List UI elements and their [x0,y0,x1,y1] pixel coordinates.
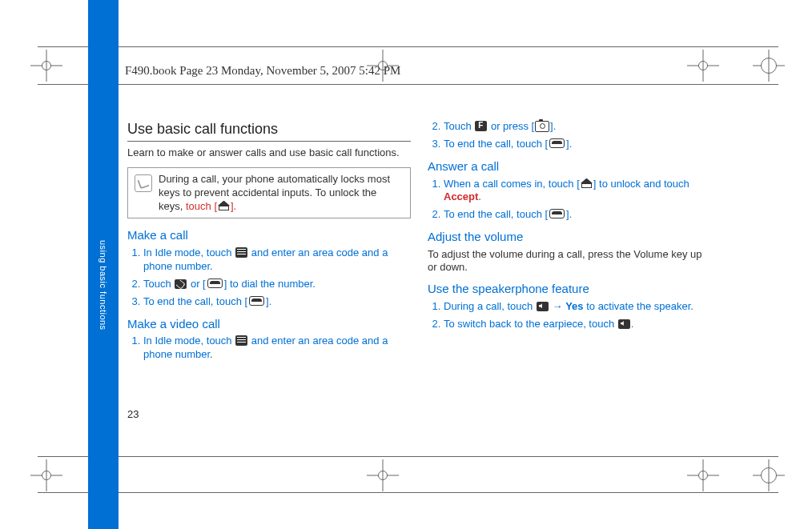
yes-label: Yes [565,300,583,312]
step-text: To end the call, touch [ [444,138,548,150]
step-text: ]. [566,138,572,150]
answer-call-steps: When a call comes in, touch [] to unlock… [428,178,711,222]
video-call-steps: In Idle mode, touch and enter an area co… [127,335,411,362]
step-text: To end the call, touch [ [444,208,548,220]
step-text: To end the call, touch [ [143,295,247,307]
speaker-steps: During a call, touch → Yes to activate t… [428,300,711,331]
step-text: ] to dial the number. [224,278,316,290]
registration-mark [753,50,785,82]
volume-heading: Adjust the volume [428,230,711,245]
keypad-icon [235,247,247,258]
list-item: Touch or press []. [444,120,711,134]
list-item: In Idle mode, touch and enter an area co… [143,335,411,362]
intro-text: Learn to make or answer calls and use ba… [127,146,411,159]
registration-mark [30,459,62,491]
note-icon [135,174,152,192]
step-text: to activate the speaker. [584,300,693,312]
note-warn-pre: touch [ [186,200,217,212]
end-key-icon [549,209,565,218]
crop-line-top [38,46,778,47]
step-text: . [478,190,481,202]
end-key-icon [249,296,264,306]
speaker-icon [537,302,549,311]
registration-mark [753,459,785,491]
registration-mark [687,50,719,82]
step-text: In Idle mode, touch [143,246,235,258]
note-box: During a call, your phone automatically … [127,167,411,219]
home-icon [218,201,230,211]
step-text: Touch [143,278,174,290]
page-content: Use basic call functions Learn to make o… [127,120,768,417]
send-key-icon [207,279,223,288]
home-icon [581,178,593,189]
speaker-heading: Use the speakerphone feature [428,282,711,297]
video-call-icon [475,121,487,131]
call-icon [175,279,187,289]
camera-icon [535,121,549,132]
list-item: To end the call, touch []. [444,138,711,151]
video-call-steps-cont: Touch or press []. To end the call, touc… [428,120,711,151]
list-item: To switch back to the earpiece, touch . [444,318,711,331]
step-text: Touch [444,120,474,132]
step-arrow: → [549,300,565,312]
step-text: ]. [266,295,271,307]
registration-mark [367,459,399,491]
step-text: During a call, touch [444,300,536,312]
crop-line-bottom-2 [38,492,778,493]
list-item: In Idle mode, touch and enter an area co… [143,246,411,274]
list-item: During a call, touch → Yes to activate t… [444,300,711,314]
step-text: or press [ [488,120,534,132]
right-column: Touch or press []. To end the call, touc… [428,120,711,339]
step-text: In Idle mode, touch [143,335,235,347]
make-call-heading: Make a call [127,228,411,243]
step-text: When a call comes in, touch [ [444,178,580,190]
registration-mark [687,459,719,491]
page-title: Use basic call functions [127,120,411,142]
step-text: or [ [187,278,205,290]
crop-line-bottom [38,456,778,457]
registration-mark [30,50,62,82]
list-item: To end the call, touch []. [143,295,411,309]
accept-label: Accept [444,190,478,202]
list-item: To end the call, touch []. [444,208,711,222]
step-text: ]. [550,120,556,132]
step-text: ]. [566,208,572,220]
crop-line-top-2 [38,84,778,85]
left-column: Use basic call functions Learn to make o… [127,120,411,370]
volume-text: To adjust the volume during a call, pres… [428,248,711,275]
keypad-icon [235,335,247,346]
doc-header: F490.book Page 23 Monday, November 5, 20… [125,64,400,78]
note-warn-post: ]. [231,200,236,212]
step-text: ] to unlock and touch [593,178,689,190]
video-call-heading: Make a video call [127,317,411,332]
speaker-icon [618,319,630,329]
section-tab: using basic functions [88,0,119,529]
make-call-steps: In Idle mode, touch and enter an area co… [127,246,411,309]
list-item: Touch or [] to dial the number. [143,278,411,291]
step-text: To switch back to the earpiece, touch [444,318,617,330]
answer-call-heading: Answer a call [428,159,711,174]
step-text: . [631,318,634,330]
end-key-icon [549,138,565,148]
list-item: When a call comes in, touch [] to unlock… [444,178,711,205]
section-tab-label: using basic functions [98,240,108,331]
